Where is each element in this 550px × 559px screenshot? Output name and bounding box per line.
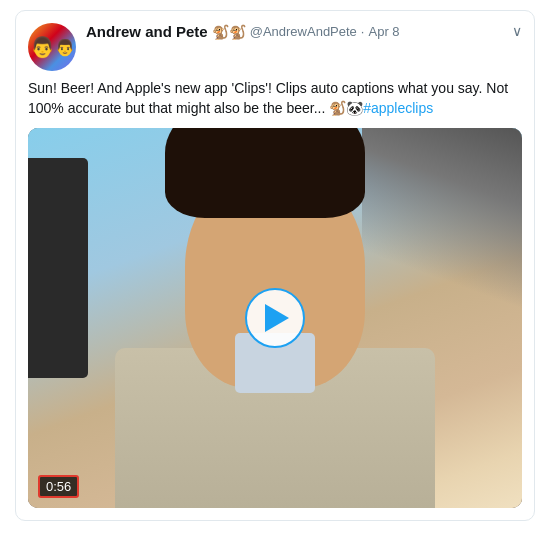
- user-handle[interactable]: @AndrewAndPete: [250, 24, 357, 39]
- person-hair: [165, 128, 365, 218]
- name-row: Andrew and Pete 🐒🐒 @AndrewAndPete · Apr …: [86, 23, 522, 40]
- avatar-image: 👨👨: [28, 23, 76, 71]
- tweet-card: 👨👨 Andrew and Pete 🐒🐒 @AndrewAndPete · A…: [15, 10, 535, 521]
- scene-left-shadow: [28, 158, 88, 378]
- tweet-text: Sun! Beer! And Apple's new app 'Clips'! …: [28, 79, 522, 118]
- avatar[interactable]: 👨👨: [28, 23, 76, 71]
- video-container[interactable]: 0:56: [28, 128, 522, 508]
- tweet-date: ·: [361, 24, 365, 39]
- tweet-date-value: Apr 8: [368, 24, 399, 39]
- video-duration-badge: 0:56: [38, 475, 79, 498]
- user-emojis: 🐒🐒: [212, 24, 246, 40]
- hashtag-link[interactable]: #appleclips: [363, 100, 433, 116]
- scene-building: [362, 128, 522, 328]
- play-icon: [265, 304, 289, 332]
- play-button[interactable]: [245, 288, 305, 348]
- tweet-meta: Andrew and Pete 🐒🐒 @AndrewAndPete · Apr …: [86, 23, 522, 40]
- user-name: Andrew and Pete: [86, 23, 208, 40]
- tweet-header: 👨👨 Andrew and Pete 🐒🐒 @AndrewAndPete · A…: [28, 23, 522, 71]
- chevron-down-icon[interactable]: ∨: [512, 23, 522, 39]
